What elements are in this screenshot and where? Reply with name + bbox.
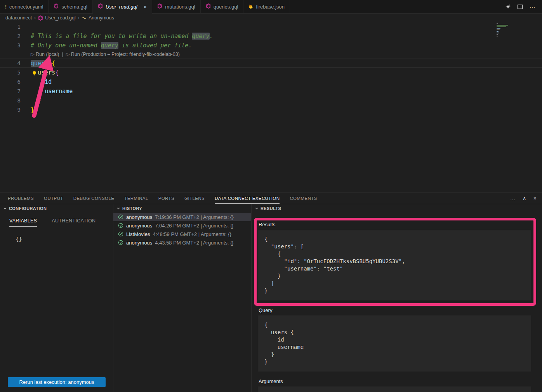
line-content: # Only one un-named query is allowed per… <box>31 41 192 50</box>
code-token <box>48 60 52 67</box>
tab-schema-gql[interactable]: schema.gql <box>49 0 92 13</box>
editor-line-1[interactable]: 1 <box>0 22 542 31</box>
editor-line-8[interactable]: 8 } <box>0 96 542 105</box>
history-item-meta: 4:48:59 PM GMT+2 | Arguments: {} <box>153 231 231 237</box>
codelens-run-local[interactable]: ▷ Run (local) <box>31 52 59 57</box>
history-section: HISTORY anonymous7:19:36 PM GMT+2 | Argu… <box>113 204 252 392</box>
panel-tab-output[interactable]: OUTPUT <box>44 193 63 204</box>
editor-line-7[interactable]: 7 username <box>0 87 542 96</box>
line-number: 4 <box>0 59 21 68</box>
editor-line-6[interactable]: 6 id <box>0 77 542 87</box>
history-item[interactable]: anonymous7:19:36 PM GMT+2 | Arguments: {… <box>113 213 251 221</box>
panel-tab-comments[interactable]: COMMENTS <box>290 193 317 204</box>
variables-value[interactable]: {} <box>16 236 113 242</box>
tab-authentication[interactable]: AUTHENTICATION <box>52 218 96 227</box>
results-header[interactable]: RESULTS <box>252 204 542 213</box>
check-circle-icon <box>118 223 123 228</box>
results-section: RESULTS Results{ "users": [ { "id": "OrT… <box>252 204 542 392</box>
check-circle-icon <box>118 231 123 237</box>
tab-mutations-gql[interactable]: mutations.gql <box>152 0 200 13</box>
code-token: } <box>31 106 34 113</box>
history-item-name: anonymous <box>126 214 152 220</box>
breadcrumb-item-anonymous[interactable]: Anonymous <box>89 15 114 21</box>
code-token: # Only one un-named <box>31 42 101 49</box>
panel-tab-debug-console[interactable]: DEBUG CONSOLE <box>73 193 115 204</box>
breadcrumb-item-dataconnect[interactable]: dataconnect <box>5 15 32 21</box>
panel-tab-data-connect-execution[interactable]: DATA CONNECT EXECUTION <box>215 193 280 204</box>
more-actions-icon[interactable]: … <box>529 3 536 10</box>
line-number: 8 <box>0 96 21 105</box>
code-token: users <box>38 69 55 76</box>
editor-line-2[interactable]: 2# This is a file for you to write an un… <box>0 31 542 41</box>
codelens-run-production[interactable]: ▷ Run (Production – Project: friendly-fl… <box>66 52 180 57</box>
arguments-label: Arguments <box>259 378 542 384</box>
history-header[interactable]: HISTORY <box>113 204 251 213</box>
code-editor[interactable]: 12# This is a file for you to write an u… <box>0 22 542 193</box>
check-circle-icon <box>118 240 123 245</box>
close-panel-icon[interactable]: × <box>533 195 537 201</box>
codelens-separator: | <box>62 52 63 57</box>
panel-tab-gitlens[interactable]: GITLENS <box>184 193 205 204</box>
tab-label: User_read.gql <box>106 4 137 10</box>
editor-line-9[interactable]: 9} <box>0 105 542 114</box>
arguments-code-block[interactable]: {} <box>258 387 531 392</box>
history-item-name: anonymous <box>126 223 152 229</box>
graphql-icon <box>157 3 162 10</box>
editor-line-4[interactable]: 4query { <box>0 59 542 68</box>
tab-queries-gql[interactable]: queries.gql <box>201 0 244 13</box>
symbol-operation-icon <box>82 16 87 20</box>
chevron-down-icon <box>116 206 120 210</box>
tab-list: !connector.yamlschema.gqlUser_read.gql×m… <box>0 0 290 13</box>
code-token: } <box>38 97 41 104</box>
panel-tab-problems[interactable]: PROBLEMS <box>8 193 34 204</box>
check-circle-icon <box>118 214 123 220</box>
code-token: query <box>192 33 209 40</box>
tab-label: mutations.gql <box>165 4 195 10</box>
tab-label: queries.gql <box>214 4 238 10</box>
firebase-icon <box>248 3 253 10</box>
line-content: query { <box>31 59 55 68</box>
tab-user-read-gql[interactable]: User_read.gql× <box>93 0 152 14</box>
history-title: HISTORY <box>122 206 142 211</box>
collapse-panel-icon[interactable]: ∧ <box>523 195 526 201</box>
query-code-block[interactable]: { users { id username } } <box>258 316 531 371</box>
panel-tab-terminal[interactable]: TERMINAL <box>124 193 148 204</box>
code-token: . <box>210 33 213 40</box>
tab-connector-yaml[interactable]: !connector.yaml <box>0 0 49 13</box>
minimap[interactable] <box>497 23 511 47</box>
results-code-block[interactable]: { "users": [ { "id": "OrTucFODZHTksvBSBU… <box>258 230 531 300</box>
vscode-window: !connector.yamlschema.gqlUser_read.gql×m… <box>0 0 542 392</box>
configuration-section: CONFIGURATION VARIABLES AUTHENTICATION {… <box>0 204 113 392</box>
line-number: 2 <box>0 31 21 41</box>
code-token <box>31 88 45 95</box>
history-item[interactable]: ListMovies4:48:59 PM GMT+2 | Arguments: … <box>113 230 251 238</box>
history-item[interactable]: anonymous4:43:58 PM GMT+2 | Arguments: {… <box>113 238 251 247</box>
more-actions-icon[interactable]: … <box>510 195 516 201</box>
split-editor-icon[interactable] <box>517 4 523 10</box>
editor-line-5[interactable]: 5 users{ <box>0 68 542 77</box>
history-item[interactable]: anonymous7:04:26 PM GMT+2 | Arguments: {… <box>113 221 251 230</box>
editor-line-3[interactable]: 3# Only one un-named query is allowed pe… <box>0 41 542 50</box>
code-token: { <box>52 60 55 67</box>
copilot-sparkle-icon[interactable] <box>505 4 511 10</box>
history-item-meta: 7:04:26 PM GMT+2 | Arguments: {} <box>155 223 233 229</box>
line-content: } <box>31 105 34 114</box>
breadcrumb-item-user-read-gql[interactable]: User_read.gql <box>45 15 76 21</box>
tab-label: connector.yaml <box>9 4 43 10</box>
code-token: username <box>45 88 73 95</box>
lightbulb-icon[interactable] <box>32 69 37 75</box>
bottom-panel: PROBLEMSOUTPUTDEBUG CONSOLETERMINALPORTS… <box>0 193 542 392</box>
line-content: id <box>31 77 52 87</box>
panel-tab-ports[interactable]: PORTS <box>158 193 174 204</box>
rerun-button[interactable]: Rerun last execution: anonymous <box>8 377 106 387</box>
graphql-icon <box>38 16 43 21</box>
tab-variables[interactable]: VARIABLES <box>9 218 37 227</box>
panel-body: CONFIGURATION VARIABLES AUTHENTICATION {… <box>0 204 542 392</box>
history-item-name: ListMovies <box>126 231 150 237</box>
editor-toolbar: … <box>505 0 542 13</box>
tab-firebase-json[interactable]: firebase.json <box>243 0 290 13</box>
panel-tab-bar: PROBLEMSOUTPUTDEBUG CONSOLETERMINALPORTS… <box>0 193 542 204</box>
configuration-header[interactable]: CONFIGURATION <box>0 204 113 213</box>
close-icon[interactable]: × <box>144 3 147 10</box>
line-content: # This is a file for you to write an un-… <box>31 31 213 41</box>
